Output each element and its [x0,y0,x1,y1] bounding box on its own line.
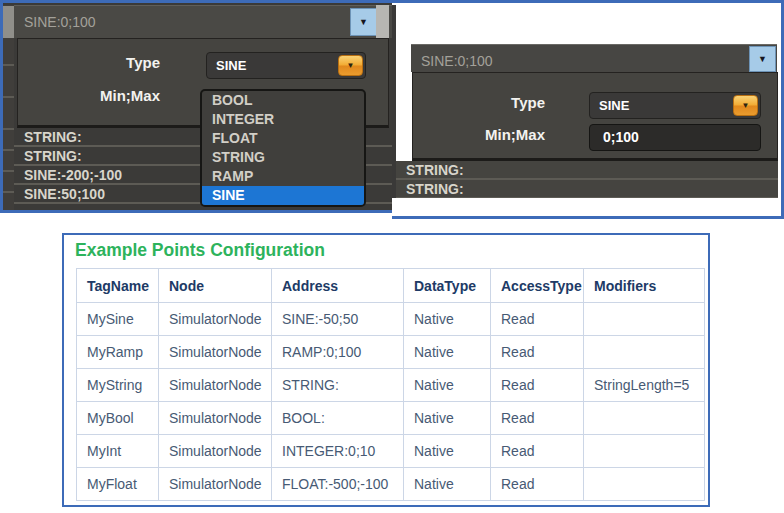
type-option-string[interactable]: STRING [202,148,364,167]
screenshot-stage: SINE:0;100 ▼ Type SINE ▼ Min;Max BOOL IN… [0,0,784,513]
row-separator [3,96,14,98]
minmax-editor-screenshot: SINE:0;100 ▼ Type SINE ▼ Min;Max 0;100 S… [392,0,784,219]
cell-datatype: Native [404,402,491,435]
cell-tagname: MyRamp [77,336,159,369]
column-header-address: Address [272,269,404,303]
cell-address: FLOAT:-500;-100 [272,468,404,501]
table-row: MyBool SimulatorNode BOOL: Native Read [77,402,705,435]
type-combobox-open-button[interactable]: ▼ [338,55,363,76]
cell-tagname: MyBool [77,402,159,435]
cell-address: RAMP:0;100 [272,336,404,369]
cell-node: SimulatorNode [159,468,272,501]
row-separator [3,170,14,172]
column-header-datatype: DataType [404,269,491,303]
type-combobox[interactable]: SINE ▼ [589,92,761,119]
type-combobox-open-button[interactable]: ▼ [733,95,758,116]
cell-modifiers [584,303,705,336]
minmax-label: Min;Max [435,126,545,143]
type-option-sine[interactable]: SINE [202,186,364,205]
address-combo-display-row[interactable]: SINE:0;100 ▼ [14,5,392,38]
cell-node: SimulatorNode [159,369,272,402]
combo-dropdown-button[interactable]: ▼ [749,46,776,72]
table-header-row: TagName Node Address DataType AccessType… [77,269,705,303]
type-option-float[interactable]: FLOAT [202,129,364,148]
type-option-integer[interactable]: INTEGER [202,110,364,129]
cell-modifiers [584,336,705,369]
cell-modifiers [584,468,705,501]
cell-node: SimulatorNode [159,303,272,336]
selected-row-indicator [3,6,14,38]
row-separator [3,64,14,66]
type-combobox-value: SINE [599,93,629,118]
grid-cell-address[interactable]: STRING: [396,161,778,180]
minmax-input[interactable]: 0;100 [589,124,761,151]
example-points-configuration-panel: Example Points Configuration TagName Nod… [62,233,710,507]
grid-rows: STRING: STRING: [396,161,778,198]
cell-address: INTEGER:0;10 [272,435,404,468]
cell-tagname: MyString [77,369,159,402]
cell-address: BOOL: [272,402,404,435]
grid-cell-address[interactable]: STRING: [396,180,778,198]
row-separator [3,191,14,193]
cell-tagname: MyInt [77,435,159,468]
type-label: Type [435,94,545,111]
cell-node: SimulatorNode [159,402,272,435]
cell-datatype: Native [404,369,491,402]
address-combo-open-screenshot: SINE:0;100 ▼ Type SINE ▼ Min;Max BOOL IN… [0,0,392,213]
address-combo-display-row[interactable]: SINE:0;100 ▼ [411,44,777,72]
dropdown-arrow-icon: ▼ [742,101,750,110]
cell-datatype: Native [404,336,491,369]
dropdown-arrow-icon: ▼ [359,17,368,27]
column-header-modifiers: Modifiers [584,269,705,303]
cell-modifiers [584,402,705,435]
row-separator [3,149,14,151]
table-row: MyRamp SimulatorNode RAMP:0;100 Native R… [77,336,705,369]
cell-modifiers [584,435,705,468]
cell-datatype: Native [404,435,491,468]
cell-datatype: Native [404,468,491,501]
panel-title: Example Points Configuration [75,240,325,261]
cell-tagname: MySine [77,303,159,336]
combo-dropdown-button[interactable]: ▼ [350,8,377,36]
cell-accesstype: Read [491,336,584,369]
grid-row-header-strip [3,5,14,210]
table-row: MyFloat SimulatorNode FLOAT:-500;-100 Na… [77,468,705,501]
dropdown-arrow-icon: ▼ [347,61,355,70]
grid-scrollbar-track[interactable] [376,5,389,38]
cell-address: SINE:-50;50 [272,303,404,336]
minmax-label: Min;Max [50,87,160,104]
cell-accesstype: Read [491,468,584,501]
type-label: Type [50,54,160,71]
row-separator [3,128,14,130]
cell-node: SimulatorNode [159,435,272,468]
dropdown-arrow-icon: ▼ [758,54,767,64]
cell-accesstype: Read [491,402,584,435]
cell-modifiers: StringLength=5 [584,369,705,402]
cell-tagname: MyFloat [77,468,159,501]
address-combo-value: SINE:0;100 [24,6,96,38]
column-header-tagname: TagName [77,269,159,303]
cell-accesstype: Read [491,369,584,402]
cell-accesstype: Read [491,303,584,336]
type-combobox-value: SINE [216,53,246,78]
address-editor-popup: Type SINE ▼ Min;Max 0;100 [412,72,778,161]
type-dropdown-list: BOOL INTEGER FLOAT STRING RAMP SINE [200,89,366,207]
points-configuration-table: TagName Node Address DataType AccessType… [76,268,705,501]
cell-node: SimulatorNode [159,336,272,369]
cell-datatype: Native [404,303,491,336]
column-header-accesstype: AccessType [491,269,584,303]
table-row: MySine SimulatorNode SINE:-50;50 Native … [77,303,705,336]
column-header-node: Node [159,269,272,303]
cell-address: STRING: [272,369,404,402]
cell-accesstype: Read [491,435,584,468]
type-combobox[interactable]: SINE ▼ [206,52,366,79]
table-row: MyString SimulatorNode STRING: Native Re… [77,369,705,402]
minmax-input-value: 0;100 [603,125,639,150]
type-option-ramp[interactable]: RAMP [202,167,364,186]
table-row: MyInt SimulatorNode INTEGER:0;10 Native … [77,435,705,468]
type-option-bool[interactable]: BOOL [202,91,364,110]
